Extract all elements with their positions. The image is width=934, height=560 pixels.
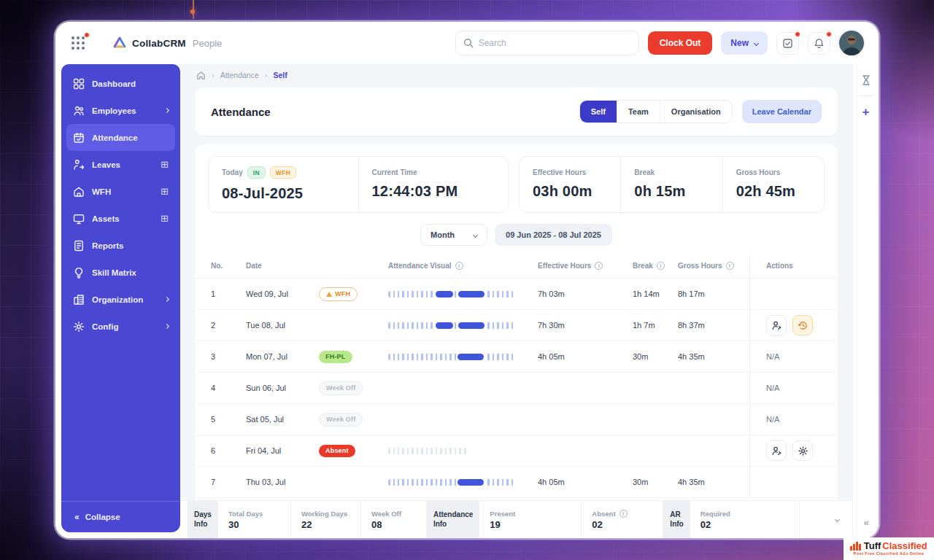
attendance-badge: Week Off [319, 413, 363, 427]
sidebar-item-employees[interactable]: Employees [66, 97, 175, 124]
row-number: 7 [211, 478, 246, 486]
breadcrumb: › Attendance › Self [180, 64, 852, 86]
info-icon[interactable]: i [657, 262, 665, 270]
effective-hours-cell: Effective Hours 03h 00m [520, 157, 620, 212]
sidebar-item-wfh[interactable]: WFH⊞ [66, 178, 175, 205]
user-avatar[interactable] [839, 31, 864, 55]
sidebar-item-attendance[interactable]: Attendance [66, 124, 175, 151]
sidebar-items: DashboardEmployeesAttendanceLeaves⊞WFH⊞A… [61, 70, 180, 497]
row-badge-cell: WFH [319, 287, 388, 301]
search-box[interactable] [455, 31, 639, 55]
search-icon [463, 38, 474, 48]
sidebar-item-label: Config [92, 322, 118, 331]
notifications-button[interactable] [808, 32, 830, 55]
attendance-visual-bar [388, 479, 514, 486]
warning-icon [326, 292, 332, 297]
table-row: 6Fri 04, JulAbsent [195, 435, 838, 467]
plus-square-icon[interactable]: ⊞ [161, 187, 169, 196]
sidebar-item-label: Organization [92, 295, 143, 304]
calendar-icon [73, 132, 85, 144]
row-break: 1h 14m [633, 289, 678, 298]
bell-icon [814, 38, 825, 49]
settings-button[interactable] [792, 440, 813, 461]
column-header-no-: No. [211, 262, 246, 270]
rail-add-button[interactable]: + [862, 106, 870, 118]
sidebar-collapse-button[interactable]: « Collapse [61, 502, 180, 532]
sidebar-item-leaves[interactable]: Leaves⊞ [66, 151, 175, 178]
info-icon[interactable]: i [726, 262, 734, 270]
gear-icon [73, 321, 85, 332]
breadcrumb-attendance[interactable]: Attendance [220, 71, 259, 79]
footer-stat-total-days: Total Days30 [218, 501, 291, 538]
new-button-label: New [730, 38, 749, 48]
watermark-name-black: Tuff [864, 541, 881, 551]
plus-square-icon[interactable]: ⊞ [161, 160, 169, 169]
info-icon[interactable]: i [620, 510, 628, 518]
regularise-button[interactable] [766, 315, 787, 335]
info-icon[interactable]: i [455, 262, 463, 270]
period-select-value: Month [431, 230, 455, 239]
clock-out-button[interactable]: Clock Out [648, 31, 713, 55]
row-effective-hours: 7h 03m [538, 289, 633, 298]
tab-organisation[interactable]: Organisation [660, 101, 732, 122]
rail-collapse-icon[interactable]: « [863, 517, 868, 528]
sidebar-item-config[interactable]: Config [66, 313, 175, 340]
regularise-button[interactable] [766, 440, 787, 461]
attendance-badge: FH-PL [319, 351, 352, 363]
sidebar-item-label: Assets [92, 214, 120, 223]
notifications-dot [826, 31, 832, 37]
leave-calendar-button[interactable]: Leave Calendar [742, 100, 822, 123]
gear-icon [798, 446, 808, 456]
table-row: 4Sun 06, JulWeek OffN/A [195, 373, 838, 404]
search-input[interactable] [479, 38, 631, 48]
footer-group-attendance-info: AttendanceInfo [427, 501, 479, 538]
gross-hours-value: 02h 45m [736, 183, 811, 200]
plus-square-icon[interactable]: ⊞ [161, 214, 169, 223]
user-icon [771, 320, 782, 331]
breadcrumb-separator: › [265, 71, 268, 79]
chevron-right-icon [164, 324, 169, 329]
footer-stat-week-off: Week Off08 [361, 501, 427, 538]
stats-row: Today IN WFH 08-Jul-2025 Current Time 12… [195, 144, 838, 219]
new-button[interactable]: New [721, 31, 768, 55]
tab-self[interactable]: Self [580, 101, 617, 122]
actions-na: N/A [766, 415, 779, 424]
row-date: Sat 05, Jul [246, 415, 319, 424]
watermark: TuffClassified Post Free Classified Ads … [844, 537, 934, 560]
sidebar-item-reports[interactable]: Reports [66, 232, 175, 259]
info-icon[interactable]: i [595, 262, 603, 270]
sidebar-item-label: Reports [92, 241, 123, 250]
content-row: DashboardEmployeesAttendanceLeaves⊞WFH⊞A… [55, 64, 879, 538]
rail-divider [860, 96, 873, 96]
row-visual-cell [388, 291, 538, 298]
chevron-down-icon [473, 232, 478, 237]
sidebar-item-label: Employees [92, 106, 136, 115]
filter-row: Month 09 Jun 2025 - 08 Jul 2025 [195, 219, 838, 254]
footer-collapse-button[interactable] [822, 501, 852, 538]
apps-grid-icon[interactable] [69, 34, 88, 52]
footer-group-days-info: DaysInfo [188, 501, 218, 538]
sidebar-item-skill-matrix[interactable]: Skill Matrix [66, 259, 175, 286]
column-header-effective-hours: Effective Hoursi [538, 262, 633, 270]
date-range-chip[interactable]: 09 Jun 2025 - 08 Jul 2025 [495, 224, 612, 246]
sidebar-item-dashboard[interactable]: Dashboard [66, 70, 175, 97]
tasks-button[interactable] [776, 32, 799, 55]
attendance-badge: Absent [319, 445, 355, 457]
sidebar-item-assets[interactable]: Assets⊞ [66, 205, 175, 232]
people-icon [73, 105, 85, 117]
history-button[interactable] [792, 315, 813, 335]
hourglass-icon[interactable] [860, 74, 872, 86]
row-date: Tue 08, Jul [246, 321, 319, 330]
home-icon[interactable] [196, 71, 206, 80]
tab-team[interactable]: Team [617, 101, 660, 122]
row-badge-cell: Week Off [319, 413, 388, 427]
grid-dots [72, 36, 85, 50]
row-actions: N/A [749, 341, 838, 372]
chevron-down-icon [754, 40, 759, 45]
row-date: Fri 04, Jul [246, 446, 319, 455]
status-badge-in: IN [247, 166, 266, 179]
period-select[interactable]: Month [420, 224, 487, 246]
row-date: Thu 03, Jul [246, 478, 319, 486]
home-icon [73, 186, 85, 198]
sidebar-item-organization[interactable]: Organization [66, 286, 175, 313]
